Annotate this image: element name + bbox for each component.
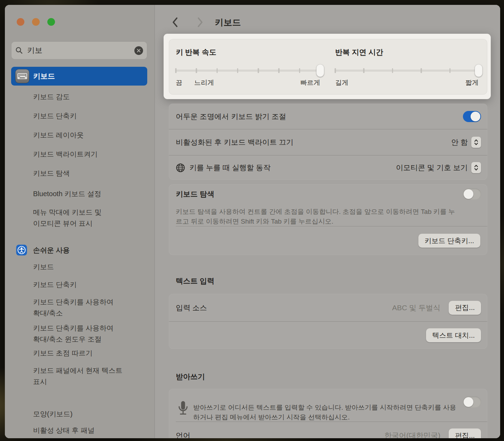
input-sources-row: 입력 소스 ABC 및 두벌식 편집... <box>169 294 487 321</box>
fullscreen-window-button[interactable] <box>47 18 55 26</box>
keyboard-app-icon <box>15 69 30 83</box>
key-repeat-group: 키 반복 속도 끔 느리게 빠르게 <box>176 39 320 95</box>
sidebar: 키보 <box>5 5 155 438</box>
sidebar-item-label: 모양(키보드) <box>33 410 72 418</box>
repeat-delay-slider[interactable] <box>335 64 479 77</box>
slider-tick <box>420 68 422 73</box>
sidebar-item[interactable]: 키보드 레이아웃 <box>33 129 84 141</box>
edit-input-sources-button[interactable]: 편집... <box>449 301 481 315</box>
toggle-knob <box>471 112 480 121</box>
sidebar-item[interactable]: 손쉬운 사용 <box>16 244 70 256</box>
sidebar-item-label: 키보드 탐색 <box>33 169 70 177</box>
slider-tick <box>278 68 280 73</box>
sidebar-item-label-line2: 확대/축소 윈도우 조절 <box>33 335 102 343</box>
sidebar-item-label: 키보드 단축키를 사용하여 <box>33 324 113 332</box>
forward-chevron-icon[interactable] <box>197 17 204 28</box>
keyboard-navigation-description: 키보드 탐색을 사용하여 컨트롤 간에 초점을 이동합니다. 초점을 앞으로 이… <box>176 207 458 226</box>
dictation-language-label: 언어 <box>176 431 190 438</box>
sidebar-item-label: 키보드 단축키 <box>33 112 77 120</box>
sidebar-item-keyboard-selected[interactable]: 키보드 <box>11 67 147 86</box>
sidebar-item[interactable]: 키보드 패널에서 현재 텍스트 표시 <box>33 365 123 387</box>
slider-track[interactable] <box>176 70 320 72</box>
sidebar-item-label: 손쉬운 사용 <box>33 246 70 254</box>
text-replacements-button[interactable]: 텍스트 대치... <box>426 328 481 342</box>
slider-label-short: 짧게 <box>465 78 479 87</box>
sidebar-item[interactable]: 키보드 단축키를 사용하여 확대/축소 윈도우 조절 <box>33 322 113 345</box>
sidebar-item[interactable]: 키보드 단축키를 사용하여 확대/축소 <box>33 296 113 319</box>
text-input-section-title: 텍스트 입력 <box>176 276 214 286</box>
key-repeat-slider[interactable] <box>176 64 320 77</box>
sidebar-item-label: Bluetooth 키보드 설정 <box>33 190 101 198</box>
backlight-off-label: 비활성화된 후 키보드 백라이트 끄기 <box>176 137 293 147</box>
sidebar-item-label: 키보드 패널에서 현재 텍스트 <box>33 367 123 374</box>
slider-label-fast: 빠르게 <box>300 78 320 87</box>
popup-value: 이모티콘 및 기호 보기 <box>396 163 468 173</box>
search-icon <box>15 47 23 54</box>
sidebar-item-label: 키보드 단축키 <box>33 281 77 288</box>
microphone-icon <box>177 400 189 417</box>
close-window-button[interactable] <box>17 18 24 26</box>
sidebar-item-label: 키보드 레이아웃 <box>33 131 84 139</box>
globe-icon <box>176 163 185 173</box>
slider-label-off: 끔 <box>176 78 182 87</box>
row-divider <box>176 226 487 226</box>
keyboard-navigation-toggle[interactable] <box>463 189 481 200</box>
sidebar-item[interactable]: Bluetooth 키보드 설정 <box>33 188 101 199</box>
sidebar-item[interactable]: 비활성 상태 후 패널 <box>33 425 95 436</box>
sidebar-item[interactable]: 키보드 단축키 <box>33 279 77 290</box>
popup-value: 안 함 <box>451 137 468 147</box>
system-settings-window: 키보 <box>5 5 500 438</box>
slider-thumb[interactable] <box>475 64 482 77</box>
main-pane: 키보드 키 반복 속도 끔 느리게 빠르게 <box>155 5 500 438</box>
accessibility-icon <box>16 244 27 256</box>
dictation-section-title: 받아쓰기 <box>176 372 205 382</box>
popup-stepper-icon[interactable] <box>471 137 481 148</box>
search-value: 키보 <box>27 45 134 56</box>
backlight-off-popup[interactable]: 안 함 <box>451 137 481 148</box>
sidebar-item[interactable]: 키보드 <box>33 261 54 272</box>
desktop-background: 키보 <box>0 0 504 441</box>
slider-tick <box>363 68 365 73</box>
sidebar-item[interactable]: 모양(키보드) <box>33 408 72 419</box>
edit-language-button[interactable]: 편집... <box>449 428 481 438</box>
dictation-toggle[interactable] <box>463 396 481 408</box>
sidebar-item[interactable]: 키보드 단축키 <box>33 110 77 121</box>
repeat-delay-title: 반복 지연 시간 <box>335 47 383 57</box>
sidebar-item-label: 키보드 백라이트켜기 <box>33 150 98 158</box>
popup-stepper-icon[interactable] <box>471 162 481 173</box>
sidebar-item-label-line2: 표시 <box>33 378 47 385</box>
brightness-row: 어두운 조명에서 키보드 밝기 조절 <box>169 104 487 129</box>
slider-thumb[interactable] <box>316 64 324 77</box>
sidebar-item-label: 키보드 <box>33 263 54 271</box>
sidebar-item[interactable]: 메뉴 막대에 키보드 및 이모티콘 뷰어 표시 <box>33 207 102 229</box>
window-controls <box>17 18 55 26</box>
sidebar-item[interactable]: 키보드 초점 따르기 <box>33 347 93 359</box>
slider-tick <box>175 68 176 73</box>
sidebar-item-label: 키보드 감도 <box>33 93 70 101</box>
sidebar-item-label: 키보드 초점 따르기 <box>33 349 93 357</box>
sidebar-item-label: 메뉴 막대에 키보드 및 <box>33 208 102 216</box>
clear-search-button[interactable] <box>134 46 143 55</box>
keyboard-shortcuts-button[interactable]: 키보드 단축키... <box>418 234 480 248</box>
toggle-knob <box>464 397 473 407</box>
slider-tick <box>237 68 238 73</box>
brightness-toggle[interactable] <box>463 111 481 122</box>
slider-track[interactable] <box>335 70 479 72</box>
text-input-card: 입력 소스 ABC 및 두벌식 편집... 텍스트 대치... <box>169 294 487 349</box>
row-divider <box>176 422 487 422</box>
sidebar-item[interactable]: 키보드 백라이트켜기 <box>33 149 98 160</box>
slider-tick <box>196 68 197 73</box>
sidebar-item[interactable]: 키보드 감도 <box>33 91 70 102</box>
sidebar-item[interactable]: 키보드 탐색 <box>33 168 70 179</box>
globe-key-popup[interactable]: 이모티콘 및 기호 보기 <box>396 162 481 173</box>
globe-key-label: 키를 누를 때 실행할 동작 <box>189 163 270 173</box>
sidebar-item-label: 키보드 단축키를 사용하여 <box>33 298 113 306</box>
keyboard-navigation-label: 키보드 탐색 <box>176 189 214 199</box>
slider-label-long: 길게 <box>335 78 348 87</box>
repeat-delay-group: 반복 지연 시간 길게 짧게 <box>335 39 479 95</box>
slider-tick <box>334 68 336 73</box>
keyboard-navigation-card: 키보드 탐색 키보드 탐색을 사용하여 컨트롤 간에 초점을 이동합니다. 초점… <box>169 184 487 255</box>
back-chevron-icon[interactable] <box>172 17 179 28</box>
search-input[interactable]: 키보 <box>11 41 147 59</box>
minimize-window-button[interactable] <box>32 18 40 26</box>
